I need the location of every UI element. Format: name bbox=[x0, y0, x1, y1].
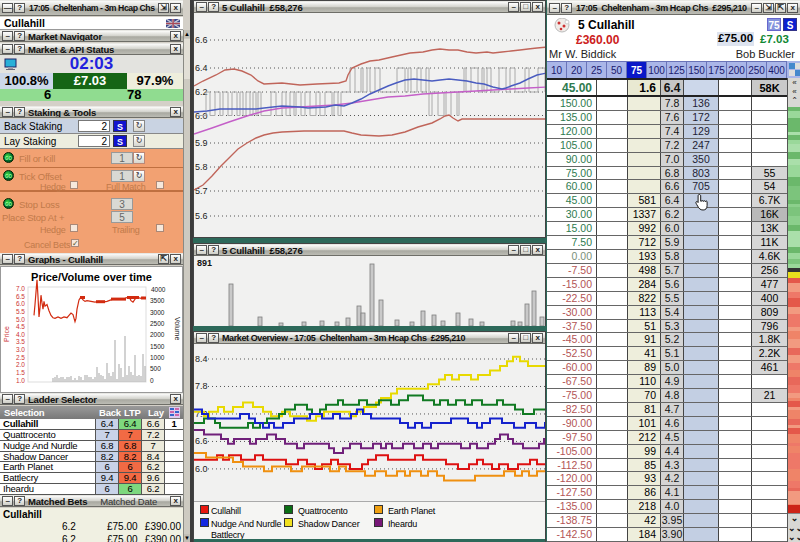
svg-text:5.9: 5.9 bbox=[195, 138, 208, 148]
svg-text:3.0: 3.0 bbox=[16, 346, 25, 353]
svg-text:1000: 1000 bbox=[150, 354, 165, 361]
svg-text:6.6: 6.6 bbox=[195, 436, 208, 446]
svg-text:1500: 1500 bbox=[150, 343, 165, 350]
svg-text:Volume: Volume bbox=[174, 317, 181, 340]
svg-text:2000: 2000 bbox=[150, 331, 165, 338]
svg-text:4.5: 4.5 bbox=[16, 323, 25, 330]
svg-text:7.8: 7.8 bbox=[195, 381, 208, 391]
svg-text:2.5: 2.5 bbox=[16, 354, 25, 361]
svg-text:891: 891 bbox=[197, 258, 212, 268]
svg-text:8.4: 8.4 bbox=[195, 354, 208, 364]
svg-text:6.6: 6.6 bbox=[195, 35, 208, 45]
svg-text:5.6: 5.6 bbox=[195, 211, 208, 221]
svg-text:1.5: 1.5 bbox=[16, 369, 25, 376]
svg-text:5.5: 5.5 bbox=[16, 308, 25, 315]
svg-text:6.4: 6.4 bbox=[195, 63, 208, 73]
svg-text:3000: 3000 bbox=[150, 309, 165, 316]
svg-text:4.0: 4.0 bbox=[16, 331, 25, 338]
svg-text:5.8: 5.8 bbox=[195, 162, 208, 172]
svg-text:2.0: 2.0 bbox=[16, 361, 25, 368]
svg-text:500: 500 bbox=[150, 365, 161, 372]
svg-text:5.7: 5.7 bbox=[195, 186, 208, 196]
svg-text:6.0: 6.0 bbox=[16, 300, 25, 307]
svg-text:1.0: 1.0 bbox=[16, 377, 25, 384]
svg-text:7.0: 7.0 bbox=[16, 285, 25, 292]
svg-text:6.0: 6.0 bbox=[195, 464, 208, 474]
svg-text:4000: 4000 bbox=[151, 286, 166, 293]
svg-text:3.5: 3.5 bbox=[16, 338, 25, 345]
svg-text:5.0: 5.0 bbox=[16, 316, 25, 323]
svg-text:6.5: 6.5 bbox=[16, 293, 25, 300]
svg-text:3500: 3500 bbox=[150, 297, 165, 304]
svg-text:2500: 2500 bbox=[150, 320, 165, 327]
svg-text:Price: Price bbox=[3, 326, 10, 342]
svg-text:0: 0 bbox=[150, 377, 154, 384]
